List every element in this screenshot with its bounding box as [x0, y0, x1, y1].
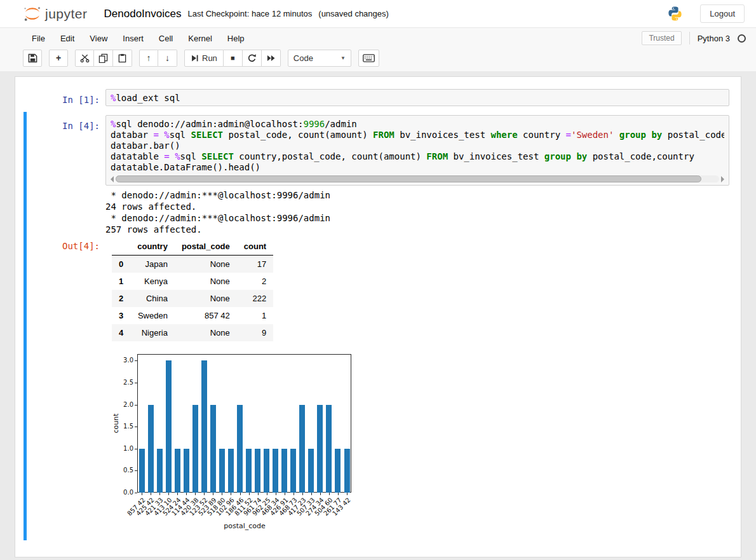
scrollbar-track[interactable]: [116, 175, 719, 182]
bar-chart-figure: count postal_code 0.00.51.01.52.02.53.08…: [107, 352, 360, 537]
menu-item-edit[interactable]: Edit: [53, 31, 82, 46]
bar: [335, 449, 341, 493]
code-cell-1[interactable]: In [1]: %load_ext sql: [24, 86, 729, 109]
output-prompt: Out[4]:: [27, 235, 105, 252]
paste-cell-button[interactable]: [113, 50, 132, 67]
table-row: 2ChinaNone222: [112, 290, 273, 307]
move-cell-up-button[interactable]: ↑: [139, 50, 158, 67]
step-forward-icon: [191, 54, 199, 62]
y-tick-label: 0.0: [114, 489, 133, 496]
cell-type-value: Code: [294, 53, 313, 63]
unsaved-changes-status: (unsaved changes): [318, 9, 389, 18]
bar: [273, 449, 278, 493]
checkpoint-status: Last Checkpoint: hace 12 minutos: [187, 9, 312, 18]
bar: [344, 449, 350, 493]
bar: [166, 360, 172, 493]
save-button[interactable]: [23, 50, 42, 67]
y-tick-mark: [135, 405, 137, 406]
cut-icon: [80, 53, 90, 63]
x-tick-mark: [311, 493, 312, 495]
restart-icon: [247, 53, 257, 63]
run-button-label: Run: [202, 53, 217, 63]
restart-kernel-button[interactable]: [243, 50, 262, 67]
menu-item-view[interactable]: View: [82, 31, 115, 46]
scroll-left-arrow-icon[interactable]: [111, 176, 114, 182]
bar: [210, 405, 216, 493]
x-tick-mark: [267, 493, 267, 495]
column-header: country: [130, 238, 175, 256]
y-tick-label: 2.5: [114, 379, 133, 386]
add-cell-button[interactable]: +: [49, 50, 68, 67]
move-cell-down-button[interactable]: ↓: [158, 50, 177, 67]
x-tick-mark: [177, 493, 178, 495]
table-row: 1KenyaNone2: [112, 273, 273, 290]
bar: [237, 405, 243, 493]
run-button[interactable]: Run: [184, 50, 224, 67]
jupyter-logo-icon: [23, 5, 42, 22]
scrollbar-thumb[interactable]: [116, 175, 701, 182]
bar: [326, 405, 332, 493]
y-tick-mark: [135, 493, 137, 493]
y-tick-label: 2.0: [114, 401, 133, 408]
kernel-idle-indicator-icon: [738, 34, 746, 43]
command-palette-button[interactable]: [358, 50, 379, 67]
jupyter-logo-text: jupyter: [45, 6, 88, 22]
y-tick-mark: [135, 383, 137, 383]
menubar-divider: [689, 32, 690, 44]
menu-item-cell[interactable]: Cell: [151, 31, 180, 46]
bar: [281, 449, 287, 493]
paste-icon: [118, 53, 127, 63]
fast-forward-icon: [266, 53, 276, 63]
empty-prompt: [27, 341, 105, 347]
menu-item-insert[interactable]: Insert: [115, 31, 151, 46]
y-tick-mark: [135, 360, 137, 361]
stream-output: * denodo://admin:***@localhost:9996/admi…: [105, 189, 729, 235]
x-tick-mark: [258, 493, 259, 495]
scroll-right-arrow-icon[interactable]: [721, 176, 724, 182]
stop-icon: ■: [231, 55, 235, 62]
x-tick-mark: [347, 493, 348, 495]
code-cell-2[interactable]: In [4]: %sql denodo://admin:admin@localh…: [24, 112, 729, 540]
save-icon: [28, 53, 37, 63]
x-tick-label: 143 42: [302, 496, 347, 503]
x-tick-mark: [222, 493, 222, 495]
chevron-down-icon: ▼: [341, 55, 346, 61]
code-editor[interactable]: %load_ext sql: [105, 89, 729, 106]
bar: [139, 449, 145, 493]
input-prompt: In [4]:: [27, 115, 105, 132]
logout-button[interactable]: Logout: [700, 4, 745, 23]
x-tick-mark: [204, 493, 205, 495]
y-tick-mark: [135, 449, 137, 449]
notebook-title[interactable]: DenodoInvoices: [104, 8, 182, 20]
code-horizontal-scrollbar[interactable]: [111, 175, 724, 183]
bar: [219, 449, 225, 493]
keyboard-icon: [363, 54, 375, 62]
copy-icon: [98, 53, 108, 63]
menubar: FileEditViewInsertCellKernelHelp Trusted…: [0, 27, 756, 48]
column-header: count: [237, 238, 273, 256]
restart-run-all-button[interactable]: [262, 50, 281, 67]
jupyter-logo[interactable]: jupyter: [23, 5, 88, 22]
bar: [175, 449, 180, 493]
bar: [264, 449, 269, 493]
x-tick-mark: [142, 493, 142, 495]
bar: [228, 449, 234, 493]
arrow-up-icon: ↑: [147, 53, 151, 62]
kernel-name: Python 3: [698, 34, 730, 43]
interrupt-kernel-button[interactable]: ■: [224, 50, 243, 67]
copy-cell-button[interactable]: [94, 50, 113, 67]
cut-cell-button[interactable]: [75, 50, 94, 67]
bar: [246, 449, 252, 493]
trusted-badge[interactable]: Trusted: [642, 31, 681, 45]
bar: [148, 405, 154, 493]
y-tick-label: 3.0: [114, 357, 133, 364]
plus-icon: +: [56, 53, 61, 62]
code-editor[interactable]: %sql denodo://admin:admin@localhost:9996…: [105, 115, 729, 186]
x-tick-mark: [231, 493, 231, 495]
x-tick-mark: [338, 493, 339, 495]
cell-type-dropdown[interactable]: Code ▼: [288, 50, 351, 67]
menu-item-help[interactable]: Help: [220, 31, 252, 46]
menu-item-kernel[interactable]: Kernel: [180, 31, 220, 46]
menu-item-file[interactable]: File: [24, 31, 53, 46]
x-tick-mark: [151, 493, 151, 495]
